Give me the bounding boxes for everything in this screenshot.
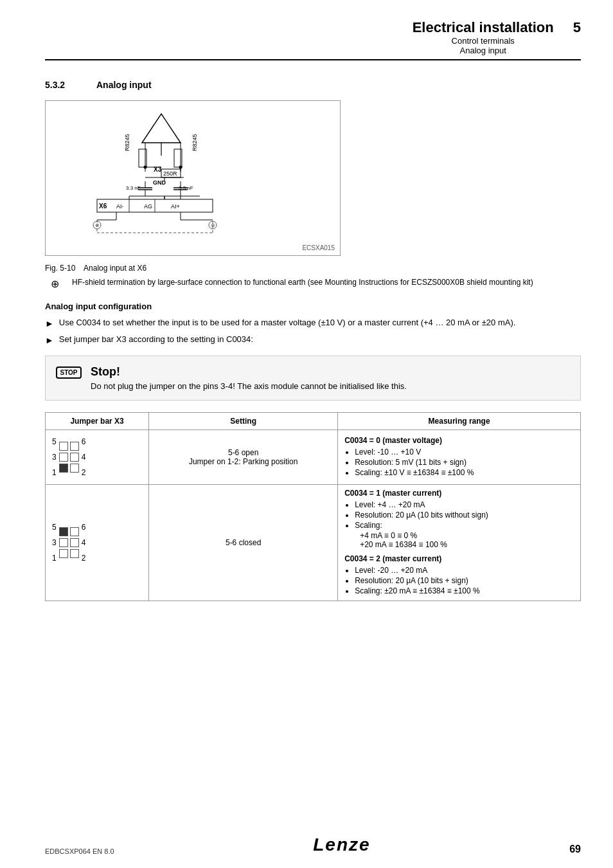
svg-text:GND: GND xyxy=(153,179,166,186)
jbox xyxy=(70,453,79,462)
jbox xyxy=(70,538,79,547)
stop-icon: STOP xyxy=(56,366,82,379)
measuring-item: Scaling: ±20 mA ≡ ±16384 ≡ ±100 % xyxy=(355,586,574,595)
stop-content: Stop! Do not plug the jumper on the pins… xyxy=(91,365,407,391)
measuring-title-1: C0034 = 0 (master voltage) xyxy=(344,436,574,445)
svg-text:X6: X6 xyxy=(99,203,107,210)
section-title-row: 5.3.2 Analog input xyxy=(45,80,581,90)
header-sub2: Analog input xyxy=(413,46,554,55)
measuring-item: Resolution: 20 μA (10 bits + sign) xyxy=(355,576,574,585)
jbox-filled xyxy=(59,464,68,473)
page: Electrical installation Control terminal… xyxy=(0,0,613,868)
svg-text:⊕: ⊕ xyxy=(95,222,100,228)
measuring-list-2a: Level: +4 … +20 mA Resolution: 20 μA (10… xyxy=(355,500,574,549)
jbox xyxy=(70,464,79,473)
config-bullet-list: ► Use C0034 to set whether the input is … xyxy=(45,318,581,347)
symbol-note: ⊕ HF-shield termination by large-surface… xyxy=(45,278,581,290)
jbox-filled xyxy=(59,527,68,536)
table-cell-jumper-1: 5 3 1 xyxy=(46,430,149,485)
header-main-title: Electrical installation xyxy=(413,19,554,36)
measuring-item: Scaling: ±10 V ≡ ±16384 ≡ ±100 % xyxy=(355,468,574,477)
table-header-setting: Setting xyxy=(149,413,338,430)
svg-point-13 xyxy=(144,166,147,169)
main-table: Jumper bar X3 Setting Measuring range 5 … xyxy=(45,412,581,601)
table-row-1: 5 3 1 xyxy=(46,430,581,485)
jbox xyxy=(70,527,79,536)
svg-text:AG: AG xyxy=(144,203,152,210)
svg-text:AI-: AI- xyxy=(116,203,124,210)
measuring-item: Resolution: 20 μA (10 bits without sign) xyxy=(355,511,574,520)
table-row-2: 5 3 1 xyxy=(46,485,581,601)
measuring-item: Scaling: xyxy=(355,521,574,530)
svg-point-14 xyxy=(179,166,182,169)
arrow-icon-1: ► xyxy=(45,318,54,330)
table-cell-measuring-2: C0034 = 1 (master current) Level: +4 … +… xyxy=(338,485,581,601)
config-bullet-text-2: Set jumper bar X3 according to the setti… xyxy=(59,334,253,344)
config-bullet-2: ► Set jumper bar X3 according to the set… xyxy=(45,334,581,347)
config-title: Analog input configuration xyxy=(45,302,581,311)
page-header: Electrical installation Control terminal… xyxy=(45,19,581,60)
jbox xyxy=(59,549,68,558)
table-cell-setting-1: 5-6 openJumper on 1-2: Parking position xyxy=(149,430,338,485)
diagram-ref: ECSXA015 xyxy=(302,244,335,251)
fig-num: Fig. 5-10 xyxy=(45,264,75,273)
table-cell-measuring-1: C0034 = 0 (master voltage) Level: -10 … … xyxy=(338,430,581,485)
svg-text:AI+: AI+ xyxy=(171,203,180,210)
table-header-measuring: Measuring range xyxy=(338,413,581,430)
section-num: 5.3.2 xyxy=(45,80,77,90)
table-cell-setting-2: 5-6 closed xyxy=(149,485,338,601)
fig-caption: Fig. 5-10 Analog input at X6 xyxy=(45,264,581,273)
stop-box: STOP Stop! Do not plug the jumper on the… xyxy=(45,356,581,401)
diagram-svg: R8245 R8245 X3 250R xyxy=(52,107,333,249)
stop-text: Do not plug the jumper on the pins 3-4! … xyxy=(91,381,407,391)
measuring-title-2a: C0034 = 1 (master current) xyxy=(344,489,574,498)
header-title-block: Electrical installation Control terminal… xyxy=(413,19,554,55)
measuring-item: Level: +4 … +20 mA xyxy=(355,500,574,509)
table-cell-jumper-2: 5 3 1 xyxy=(46,485,149,601)
config-bullet-text-1: Use C0034 to set whether the input is to… xyxy=(59,318,515,327)
jbox xyxy=(59,538,68,547)
arrow-icon-2: ► xyxy=(45,334,54,347)
jbox xyxy=(59,453,68,462)
section-title: Analog input xyxy=(96,80,152,90)
measuring-list-1: Level: -10 … +10 V Resolution: 5 mV (11 … xyxy=(355,448,574,477)
measuring-item: Level: -20 … +20 mA xyxy=(355,566,574,575)
jbox xyxy=(70,442,79,451)
jbox xyxy=(59,442,68,451)
header-sub1: Control terminals xyxy=(413,36,554,46)
config-bullet-1: ► Use C0034 to set whether the input is … xyxy=(45,318,581,330)
symbol-note-text: HF-shield termination by large-surface c… xyxy=(72,278,533,287)
diagram-box: R8245 R8245 X3 250R xyxy=(45,100,341,256)
lenze-logo: Lenze xyxy=(313,835,370,855)
svg-text:⊕: ⊕ xyxy=(211,222,215,228)
footer-page: 69 xyxy=(569,844,581,855)
svg-text:R8245: R8245 xyxy=(191,134,198,151)
footer-ref: EDBCSXP064 EN 8.0 xyxy=(45,847,114,855)
measuring-list-2b: Level: -20 … +20 mA Resolution: 20 μA (1… xyxy=(355,566,574,595)
svg-text:250R: 250R xyxy=(163,170,177,177)
measuring-item: Level: -10 … +10 V xyxy=(355,448,574,457)
jbox xyxy=(70,549,79,558)
page-footer: EDBCSXP064 EN 8.0 Lenze 69 xyxy=(0,835,613,855)
measuring-title-2b: C0034 = 2 (master current) xyxy=(344,554,574,563)
shield-symbol-icon: ⊕ xyxy=(45,278,64,290)
svg-marker-0 xyxy=(142,114,181,143)
measuring-item: Resolution: 5 mV (11 bits + sign) xyxy=(355,458,574,467)
measuring-item: +4 mA ≡ 0 ≡ 0 % +20 mA ≡ 16384 ≡ 100 % xyxy=(360,531,574,549)
table-header-jumper: Jumper bar X3 xyxy=(46,413,149,430)
header-page-num: 5 xyxy=(567,19,581,36)
fig-caption-text: Analog input at X6 xyxy=(84,264,147,273)
stop-title: Stop! xyxy=(91,365,407,379)
svg-text:R8245: R8245 xyxy=(124,134,130,151)
